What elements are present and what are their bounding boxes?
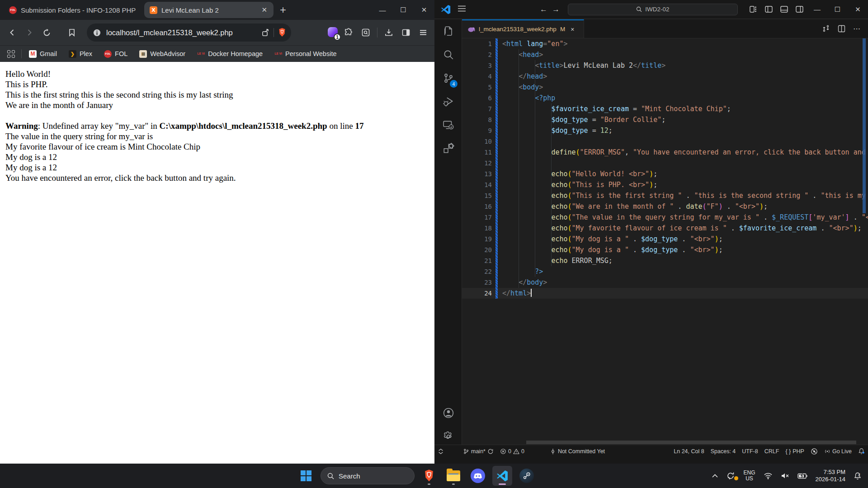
site-info-icon[interactable]	[93, 29, 101, 37]
editor-tab-active[interactable]: l_mclean215318_week2.php M ×	[462, 19, 584, 38]
problems-status[interactable]: 0 0	[497, 448, 528, 455]
search-tabs-icon[interactable]	[357, 24, 374, 41]
code-line[interactable]: 11 define("ERROR_MSG", "You have encount…	[462, 147, 868, 158]
taskbar-brave-icon[interactable]	[419, 466, 439, 486]
browser-tab-inactive[interactable]: FOL Submission Folders - INFO-1208 PHP	[4, 2, 142, 18]
code-line[interactable]: 5 <body>	[462, 82, 868, 93]
code-line[interactable]: 23 </body>	[462, 277, 868, 288]
taskbar-steam-icon[interactable]	[517, 466, 537, 486]
cursor-position[interactable]: Ln 24, Col 8	[670, 448, 707, 455]
go-live-button[interactable]: Go Live	[821, 448, 855, 455]
notification-bell-dnd-icon[interactable]: zz	[851, 472, 864, 480]
browser-menu-icon[interactable]	[415, 24, 432, 41]
battery-icon[interactable]	[795, 473, 810, 479]
code-line[interactable]: 21 echo ERROR_MSG;	[462, 255, 868, 266]
bookmark-item[interactable]: FOLFOL	[104, 50, 127, 58]
wifi-icon[interactable]	[761, 472, 775, 479]
notifications-bell-icon[interactable]	[855, 448, 868, 455]
tray-chevron-icon[interactable]	[709, 474, 721, 478]
open-changes-icon[interactable]	[819, 22, 833, 36]
code-line[interactable]: 17 echo("The value in the query string f…	[462, 212, 868, 223]
xdebug-status-icon[interactable]	[807, 448, 821, 455]
go-forward-icon[interactable]: →	[552, 5, 560, 14]
run-debug-icon[interactable]	[434, 90, 462, 113]
sidebar-toggle-icon[interactable]	[397, 24, 415, 41]
brave-leo-icon[interactable]: 1	[326, 26, 340, 39]
code-line[interactable]: 7 $favorite_ice_cream = "Mint Chocolate …	[462, 103, 868, 114]
code-line[interactable]: 16 echo("We are in the month of " . date…	[462, 201, 868, 212]
onedrive-sync-icon[interactable]	[723, 471, 738, 480]
browser-tab-active[interactable]: X Levi McLean Lab 2 ✕	[144, 2, 274, 18]
downloads-icon[interactable]	[380, 24, 397, 41]
volume-muted-icon[interactable]	[778, 472, 792, 479]
search-icon[interactable]	[434, 43, 462, 66]
extensions-icon[interactable]	[434, 137, 462, 160]
command-center-search[interactable]: IWD2-02	[568, 4, 738, 15]
tab-close-icon[interactable]: ✕	[260, 6, 268, 14]
remote-indicator[interactable]	[434, 448, 447, 455]
share-icon[interactable]	[261, 28, 270, 37]
back-button[interactable]	[4, 24, 21, 41]
code-line[interactable]: 10	[462, 136, 868, 147]
code-line[interactable]: 8 $dog_type = "Border Collie";	[462, 114, 868, 125]
menu-icon[interactable]	[455, 4, 468, 15]
close-button[interactable]: ✕	[414, 2, 434, 18]
code-line[interactable]: 13 echo("Hello World! <br>");	[462, 169, 868, 179]
url-text[interactable]: localhost/l_mclean215318_week2.php	[106, 28, 261, 37]
language-indicator[interactable]: ENGUS	[741, 470, 758, 482]
bookmark-item[interactable]: ▤WebAdvisor	[139, 50, 185, 58]
horizontal-scrollbar[interactable]	[526, 441, 856, 444]
code-line[interactable]: 15 echo("This is the first string " . "t…	[462, 190, 868, 201]
bookmark-item[interactable]: MGmail	[29, 50, 57, 58]
code-line[interactable]: 6 <?php	[462, 93, 868, 103]
go-back-icon[interactable]: ←	[540, 5, 547, 14]
source-control-icon[interactable]: 4	[434, 66, 462, 90]
bookmark-item[interactable]: LE VIDocker Homepage	[197, 50, 263, 58]
extensions-puzzle-icon[interactable]	[340, 24, 357, 41]
bookmark-item[interactable]: LE VIPersonal Website	[274, 50, 336, 58]
code-line[interactable]: 18 echo("My favorite flavour of ice crea…	[462, 223, 868, 234]
code-line[interactable]: 1<html lang="en">	[462, 38, 868, 49]
code-line[interactable]: 4 </head>	[462, 71, 868, 82]
code-line[interactable]: 14 echo("This is PHP. <br>");	[462, 179, 868, 190]
code-line[interactable]: 20 echo("My dog is a " . $dog_type . "<b…	[462, 244, 868, 255]
apps-icon[interactable]	[7, 50, 15, 58]
code-line[interactable]: 24</html>	[462, 288, 868, 299]
taskbar-search[interactable]: Search	[321, 467, 415, 484]
code-line[interactable]: 19 echo("My dog is a " . $dog_type . "<b…	[462, 234, 868, 244]
bookmark-item[interactable]: ❯Plex	[69, 50, 92, 58]
brave-shield-icon[interactable]	[278, 28, 287, 38]
taskbar-vscode-icon[interactable]	[492, 466, 512, 486]
taskbar-file-explorer-icon[interactable]	[443, 466, 463, 486]
reload-button[interactable]	[38, 24, 55, 41]
toggle-sidebar-icon[interactable]	[761, 3, 776, 16]
explorer-icon[interactable]	[434, 19, 462, 43]
code-line[interactable]: 3 <title>Levi McLean Lab 2</title>	[462, 60, 868, 71]
git-commit-status[interactable]: Not Committed Yet	[547, 448, 608, 455]
toggle-secondary-sidebar-icon[interactable]	[792, 3, 807, 16]
clock[interactable]: 7:53 PM2026-01-14	[813, 469, 849, 483]
minimize-button[interactable]: —	[807, 0, 827, 19]
split-editor-icon[interactable]	[835, 22, 848, 36]
more-actions-icon[interactable]: ⋯	[850, 22, 863, 36]
language-mode[interactable]: { }PHP	[782, 448, 807, 455]
git-branch-status[interactable]: main*	[460, 448, 497, 455]
customize-layout-icon[interactable]	[745, 3, 761, 16]
code-line[interactable]: 9 $dog_type = 12;	[462, 125, 868, 136]
indentation[interactable]: Spaces: 4	[708, 448, 739, 455]
account-icon[interactable]	[434, 401, 462, 425]
code-line[interactable]: 12	[462, 158, 868, 169]
code-line[interactable]: 2 <head>	[462, 49, 868, 60]
maximize-button[interactable]: ☐	[393, 2, 414, 18]
start-button[interactable]	[296, 466, 316, 486]
toggle-panel-icon[interactable]	[776, 3, 792, 16]
forward-button[interactable]	[21, 24, 38, 41]
minimize-button[interactable]: —	[372, 2, 393, 18]
remote-explorer-icon[interactable]	[434, 113, 462, 137]
url-bar[interactable]: localhost/l_mclean215318_week2.php	[87, 23, 291, 42]
maximize-button[interactable]: ☐	[827, 0, 848, 19]
close-button[interactable]: ✕	[848, 0, 868, 19]
taskbar-discord-icon[interactable]	[468, 466, 488, 486]
encoding[interactable]: UTF-8	[739, 448, 761, 455]
bookmark-icon[interactable]	[63, 24, 80, 41]
